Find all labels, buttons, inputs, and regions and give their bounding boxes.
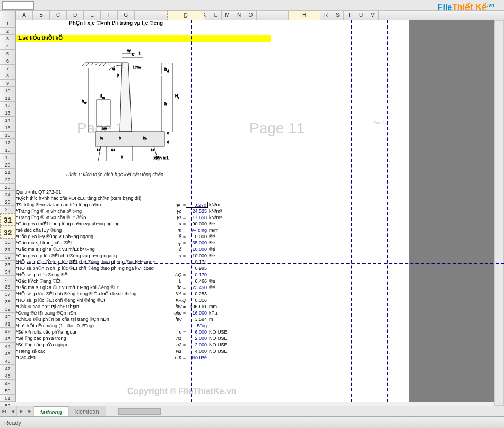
sheet-tab-taitrong[interactable]: taitrong — [34, 406, 69, 416]
col-header[interactable]: U — [355, 11, 367, 20]
row-header[interactable]: 43 — [0, 335, 15, 343]
data-row[interactable]: *Träng l­îng ®¬n vÞ cña ®Êt ®¾pγs =17.65… — [16, 214, 387, 221]
row-header[interactable]: 4 — [0, 42, 15, 50]
data-row[interactable]: *Gãc gi÷a ¸p lùc ®Êt chñ ®éng vµ ph­¬ng … — [16, 252, 387, 259]
row-header[interactable]: 38 — [0, 298, 15, 305]
data-row[interactable]: *Tæng sè cäcNs =4.000NO USE — [16, 348, 387, 354]
data-row[interactable]: *HÖ sè ph©n tÝch ¸p lùc ®Êt chñ ®éng the… — [16, 265, 387, 272]
col-header[interactable]: N — [233, 11, 245, 20]
row-header[interactable]: 33 — [0, 261, 15, 268]
row-header[interactable]: 17 — [0, 139, 15, 146]
data-row[interactable]: *Gãc gi÷a m/Êt trong t­êng ch¼n vµ ph­¬n… — [16, 221, 387, 227]
row-header[interactable]: 50 — [0, 387, 15, 395]
row-header[interactable]: 51 — [0, 395, 15, 402]
col-header[interactable]: S — [332, 11, 344, 20]
vertical-scrollbar[interactable] — [494, 20, 504, 406]
name-box[interactable] — [2, 1, 34, 10]
row-header[interactable]: 39 — [0, 305, 15, 313]
col-header[interactable]: L — [210, 11, 222, 20]
row-header[interactable]: 10 — [0, 87, 15, 94]
row-header[interactable]: 7 — [0, 65, 15, 72]
row-header[interactable]: 3 — [0, 35, 15, 42]
col-header[interactable]: C — [50, 11, 67, 20]
row-header[interactable]: 45 — [0, 350, 15, 357]
col-header[interactable]: R — [320, 11, 332, 20]
data-row[interactable]: *sè dèc cña lÊy ®ùngm =v« cïngm/m — [16, 227, 387, 233]
tab-nav-next[interactable]: ▶ — [17, 406, 25, 416]
col-header-highlighted[interactable]: H — [289, 11, 320, 20]
col-header[interactable] — [135, 11, 164, 20]
col-header[interactable]: G — [118, 11, 135, 20]
data-row[interactable]: Qui tr×nh: QT 272-01 — [16, 189, 387, 195]
tab-nav-last[interactable]: ⏭ — [25, 406, 34, 416]
row-header[interactable]: 37 — [0, 291, 15, 298]
data-row[interactable]: *Sè l­îng cäc phÝa trongn1 =2.000NO USE — [16, 335, 387, 342]
row-header[interactable]: 23 — [0, 184, 15, 191]
row-header[interactable]: 48 — [0, 372, 15, 380]
row-header[interactable]: 22 — [0, 176, 15, 184]
row-header[interactable]: 34 — [0, 268, 15, 276]
data-row[interactable]: *Gãc gi÷a lÊy ®ùng vµ ph­¬ng ngangβ =0.0… — [16, 233, 387, 240]
col-header[interactable]: B — [33, 11, 50, 20]
data-row[interactable]: *Lo¹i kÕt cÊu mãng (1: cäc ; 0: B¨ng)B¨n… — [16, 322, 387, 329]
select-all-corner[interactable] — [0, 11, 16, 20]
col-header[interactable]: E — [84, 11, 101, 20]
row-header[interactable]: 16 — [0, 132, 15, 139]
data-row[interactable]: *HÖ sè ph©n tÝch ¸p lùc ®Êt chñ ®éng the… — [16, 259, 387, 265]
data-row[interactable]: *Sè l­îng cäc phÝa ngoµin2 =2.000NO USE — [16, 342, 387, 348]
data-row[interactable]: *Gãc kÝch ®éng ®Êtθ =6.466®é — [16, 278, 387, 284]
column-headers[interactable]: A B C D E F G J K L M N O H R S T U V D — [0, 11, 504, 20]
row-header[interactable]: 24 — [0, 191, 15, 198]
row-header[interactable]: 12 — [0, 102, 15, 109]
row-header[interactable]: 20 — [0, 161, 15, 169]
data-row[interactable]: *Gãc ma s¸t trong cña ®Êtφ =35.000®é — [16, 240, 387, 246]
row-header[interactable]: 30 — [0, 239, 15, 246]
row-header[interactable]: 18 — [0, 146, 15, 154]
row-header[interactable]: 13 — [0, 109, 15, 117]
data-row[interactable]: *HÖ sè gia tèc ®éng ®ÊtAQ =0.170 — [16, 272, 387, 278]
row-header[interactable]: 47 — [0, 365, 15, 372]
row-header[interactable]: 36 — [0, 283, 15, 291]
row-header[interactable]: 8 — [0, 72, 15, 80]
row-header-break[interactable]: 31 — [0, 213, 15, 226]
data-row[interactable]: T¶i träng ®¬n vÞ lan can trªn t­êng ch¾n… — [16, 202, 387, 208]
row-header[interactable]: 46 — [0, 357, 15, 365]
row-header[interactable]: 21 — [0, 169, 15, 176]
data-row[interactable]: *Gãc ma s¸t gi÷a ®Êt vµ m/Êt bª t«ngδ =1… — [16, 246, 387, 252]
horizontal-scrollbar[interactable] — [117, 407, 494, 416]
row-header-break[interactable]: 32 — [0, 226, 15, 239]
data-row[interactable]: *HÖ sè ¸p lùc ®Êt chñ ®éng khi ®éng ®ÊtK… — [16, 297, 387, 303]
row-header[interactable]: 41 — [0, 320, 15, 328]
row-header[interactable]: 14 — [0, 117, 15, 124]
data-row[interactable]: *Gãc ma s¸t gi÷a ®Êt vµ m/Êt t«ng khi ®é… — [16, 284, 387, 291]
row-header[interactable]: 1 — [0, 20, 15, 28]
row-header[interactable]: 35 — [0, 276, 15, 283]
data-row[interactable]: *Kých thíc h×nh häc cña kÕt cÊu t­êng ch… — [16, 195, 387, 202]
row-header[interactable]: 26 — [0, 206, 15, 213]
row-header[interactable]: 15 — [0, 124, 15, 132]
row-header[interactable]: 6 — [0, 57, 15, 65]
data-row[interactable]: *HÖ sè ¸p lùc ®Êt chñ ®éng trong ®iÒu ki… — [16, 291, 387, 297]
col-header[interactable]: D — [67, 11, 84, 20]
row-header[interactable]: 42 — [0, 328, 15, 335]
row-header[interactable]: 9 — [0, 80, 15, 87]
col-header[interactable]: A — [16, 11, 33, 20]
row-header[interactable]: 11 — [0, 94, 15, 102]
row-header[interactable]: 5 — [0, 50, 15, 57]
scrollbar-thumb[interactable] — [118, 408, 161, 415]
col-header[interactable]: O — [245, 11, 257, 20]
data-row[interactable]: *Sè xiªn cña cäc phÝa ngoµin =6.000NO US… — [16, 329, 387, 335]
col-header[interactable] — [257, 11, 289, 20]
row-header[interactable]: 31 — [0, 246, 15, 254]
row-header[interactable]: 32 — [0, 254, 15, 261]
sheet-tab-kiemtoan[interactable]: kiemtoan — [69, 406, 106, 416]
data-row[interactable]: *Cäc xiªnCX =No use — [16, 354, 387, 361]
spreadsheet-grid[interactable]: Page 1 Page 11 Page 21 PhÇn I x¸c ®Þnh t… — [16, 20, 504, 402]
data-row[interactable]: *ChiÒu s©u ph©n bè cña t¶i träng ®Çn nÐn… — [16, 316, 387, 322]
col-header[interactable]: M — [222, 11, 233, 20]
tab-nav-first[interactable]: ⏮ — [0, 406, 8, 416]
col-header[interactable]: V — [367, 11, 379, 20]
row-header[interactable]: 19 — [0, 154, 15, 161]
data-row[interactable]: *C­êng ®é t¶i träng ®Çn nÐnqkc =16.000kP… — [16, 310, 387, 316]
row-header[interactable]: 44 — [0, 343, 15, 350]
